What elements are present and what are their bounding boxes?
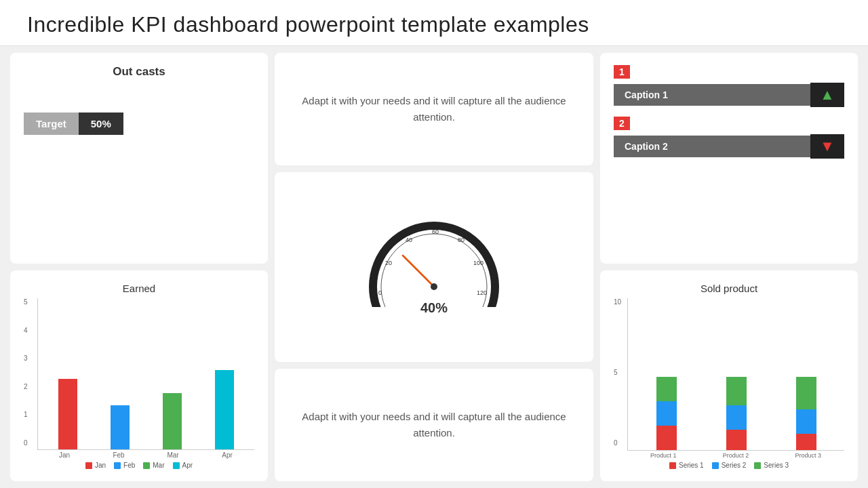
- x-product-label: Product 1: [627, 452, 700, 459]
- bar-chart-wrapper: 012345JanFebMarApr JanFebMarApr: [24, 298, 254, 469]
- bar-segment: [726, 405, 747, 430]
- sold-legend-item: Series 2: [712, 462, 747, 469]
- sold-legend-label: Series 1: [679, 462, 704, 469]
- sold-legend-label: Series 3: [764, 462, 789, 469]
- bar-segment: [796, 377, 816, 409]
- bar-mar: [163, 393, 182, 449]
- x-label: Jan: [37, 451, 92, 459]
- sold-legend-color: [669, 462, 676, 469]
- bar-segment: [656, 377, 677, 401]
- sold-legend-color: [712, 462, 719, 469]
- bar-feb: [111, 405, 130, 449]
- page-title: Incredible KPI dashboard powerpoint temp…: [27, 12, 841, 37]
- gauge-card: 0 20 40 60 80 100 120: [275, 172, 593, 362]
- bar-segment: [726, 430, 747, 450]
- target-value: 50%: [79, 113, 123, 135]
- bar-group: [94, 405, 146, 449]
- header: Incredible KPI dashboard powerpoint temp…: [0, 0, 868, 46]
- y-axis-label: 0: [614, 439, 625, 447]
- legend-color: [85, 462, 92, 469]
- legend-item: Feb: [114, 462, 135, 469]
- text-top-content: Adapt it with your needs and it will cap…: [288, 93, 580, 125]
- bar-segment: [796, 434, 816, 450]
- gauge-container: 0 20 40 60 80 100 120: [366, 219, 502, 316]
- bar-group: [41, 379, 94, 449]
- kpi-arrow-box-1: ▲: [810, 83, 844, 107]
- sold-chart-title: Sold product: [614, 283, 844, 294]
- stacked-bar: [796, 377, 816, 450]
- bar-chart-legend: JanFebMarApr: [24, 462, 254, 469]
- y-axis-label: 5: [24, 298, 35, 306]
- kpi-item-1: 1 Caption 1 ▲: [614, 65, 844, 107]
- kpi-arrow-box-2: ▼: [810, 134, 844, 159]
- y-axis-label: 1: [24, 411, 35, 418]
- x-label: Feb: [92, 451, 146, 459]
- bar-group: [146, 393, 199, 449]
- sold-bar-group: [771, 377, 841, 450]
- stacked-bar: [726, 377, 747, 450]
- stacked-bar: [656, 377, 677, 450]
- legend-item: Jan: [85, 462, 106, 469]
- legend-label: Mar: [153, 462, 164, 469]
- y-axis-label: 2: [24, 383, 35, 390]
- svg-point-1: [381, 234, 487, 307]
- outcasts-card: Out casts Target 50%: [10, 53, 268, 264]
- target-label: Target: [24, 113, 79, 135]
- legend-color: [143, 462, 150, 469]
- y-axis-label: 5: [614, 369, 625, 376]
- y-axis-label: 4: [24, 327, 35, 334]
- legend-color: [114, 462, 121, 469]
- bar-jan: [58, 379, 77, 449]
- sold-legend-color: [754, 462, 761, 469]
- sold-chart-legend: Series 1Series 2Series 3: [614, 462, 844, 469]
- x-label: Mar: [146, 451, 200, 459]
- gauge-label-120: 120: [477, 289, 487, 296]
- bar-segment: [726, 377, 747, 405]
- legend-label: Feb: [123, 462, 135, 469]
- x-product-label: Product 2: [700, 452, 772, 459]
- y-axis-label: 0: [24, 439, 35, 447]
- bar-segment: [796, 409, 816, 434]
- gauge-label-40: 40: [406, 237, 412, 243]
- kpi-card: 1 Caption 1 ▲ 2 Caption 2 ▼: [600, 53, 858, 264]
- sold-legend-label: Series 2: [722, 462, 747, 469]
- sold-bar-group: [701, 377, 771, 450]
- legend-color: [173, 462, 180, 469]
- bar-group: [199, 370, 251, 449]
- y-axis-label: 10: [614, 298, 625, 306]
- text-bottom-card: Adapt it with your needs and it will cap…: [275, 369, 593, 481]
- gauge-label-80: 80: [458, 237, 465, 243]
- gauge-label-20: 20: [385, 260, 392, 266]
- legend-item: Mar: [143, 462, 164, 469]
- kpi-row-2: Caption 2 ▼: [614, 134, 844, 159]
- gauge-label-0: 0: [378, 289, 382, 296]
- sold-legend-item: Series 3: [754, 462, 789, 469]
- kpi-row-1: Caption 1 ▲: [614, 83, 844, 107]
- bar-segment: [656, 401, 677, 426]
- kpi-number-1: 1: [614, 65, 630, 79]
- target-bar: Target 50%: [24, 113, 123, 135]
- main-grid: Out casts Target 50% Adapt it with your …: [0, 46, 868, 488]
- y-axis-label: 3: [24, 354, 35, 362]
- gauge-label-100: 100: [473, 260, 484, 266]
- bar-chart-title: Earned: [24, 283, 254, 294]
- legend-label: Jan: [95, 462, 106, 469]
- sold-legend-item: Series 1: [669, 462, 704, 469]
- sold-bar-group: [631, 377, 701, 450]
- sold-product-card: Sold product 0510Product 1Product 2Produ…: [600, 270, 858, 481]
- bar-chart-card: Earned 012345JanFebMarApr JanFebMarApr: [10, 270, 268, 481]
- gauge-center: [431, 283, 437, 290]
- sold-chart: 0510Product 1Product 2Product 3: [614, 298, 844, 459]
- text-bottom-content: Adapt it with your needs and it will cap…: [288, 409, 580, 441]
- x-product-label: Product 3: [772, 452, 844, 459]
- legend-label: Apr: [182, 462, 193, 469]
- arrow-down-icon: ▼: [820, 138, 835, 155]
- legend-item: Apr: [173, 462, 193, 469]
- bar-chart: 012345JanFebMarApr: [24, 298, 254, 459]
- arrow-up-icon: ▲: [820, 86, 835, 104]
- bar-apr: [215, 370, 234, 449]
- gauge-value-label: 40%: [420, 300, 448, 316]
- bar-segment: [656, 426, 677, 450]
- gauge-label-60: 60: [432, 228, 439, 235]
- outcasts-title: Out casts: [24, 65, 254, 79]
